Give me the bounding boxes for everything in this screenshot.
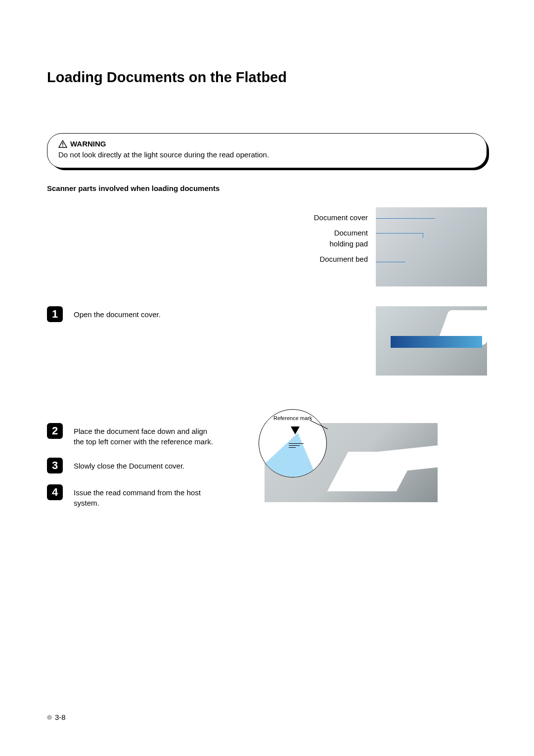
parts-labels: Document cover Document holding pad Docu… [314, 207, 368, 269]
part-label-pad: Document holding pad [314, 228, 368, 250]
leader-line [376, 262, 405, 262]
step-item: 4 Issue the read command from the host s… [47, 484, 265, 508]
step-item: 3 Slowly close the Document cover. [47, 458, 265, 473]
reference-mark-illustration: Reference mark [265, 423, 438, 502]
hand-shape [436, 310, 487, 345]
step-number-badge: 4 [47, 484, 63, 500]
reference-arrow-icon [291, 426, 300, 434]
footer-bullet-icon [47, 715, 52, 720]
step-1-row: 1 Open the document cover. [47, 306, 487, 376]
warning-box: WARNING Do not look directly at the ligh… [47, 133, 487, 168]
parts-diagram-row: Document cover Document holding pad Docu… [47, 207, 487, 286]
warning-header: WARNING [58, 140, 476, 148]
step-text: Place the document face down and align t… [74, 423, 215, 447]
leader-line [376, 218, 435, 219]
open-cover-illustration [376, 306, 487, 376]
step-number-badge: 1 [47, 306, 63, 322]
leader-line [423, 233, 423, 238]
warning-text: Do not look directly at the light source… [58, 150, 476, 160]
step-text: Issue the read command from the host sys… [74, 484, 215, 508]
step-number-badge: 3 [47, 458, 63, 473]
warning-triangle-icon [58, 140, 67, 148]
step-text: Open the document cover. [74, 306, 161, 320]
document-lines-shape [289, 443, 305, 449]
steps-2-4-row: 2 Place the document face down and align… [47, 423, 487, 519]
leader-line [376, 233, 423, 234]
svg-rect-2 [62, 145, 63, 146]
hand-shape [368, 445, 445, 474]
manual-page: Loading Documents on the Flatbed WARNING… [0, 0, 534, 756]
step-number-badge: 2 [47, 423, 63, 439]
warning-callout: WARNING Do not look directly at the ligh… [47, 133, 487, 168]
step-1-left: 1 Open the document cover. [47, 306, 365, 331]
step-item: 1 Open the document cover. [47, 306, 365, 322]
page-title: Loading Documents on the Flatbed [47, 69, 487, 86]
step-text: Slowly close the Document cover. [74, 458, 184, 471]
spacer [47, 395, 487, 423]
page-number: 3-8 [55, 713, 66, 721]
part-label-pad-line1: Document [314, 228, 368, 239]
scanner-parts-illustration [376, 207, 487, 286]
reference-mark-label: Reference mark [273, 415, 312, 421]
part-label-pad-line2: holding pad [314, 238, 368, 250]
svg-rect-1 [62, 142, 63, 145]
step-item: 2 Place the document face down and align… [47, 423, 265, 447]
warning-label: WARNING [70, 140, 106, 148]
part-label-cover: Document cover [314, 212, 368, 224]
steps-2-4-column: 2 Place the document face down and align… [47, 423, 265, 519]
part-label-bed: Document bed [314, 254, 368, 265]
parts-subheading: Scanner parts involved when loading docu… [47, 184, 487, 192]
page-footer: 3-8 [47, 713, 66, 721]
